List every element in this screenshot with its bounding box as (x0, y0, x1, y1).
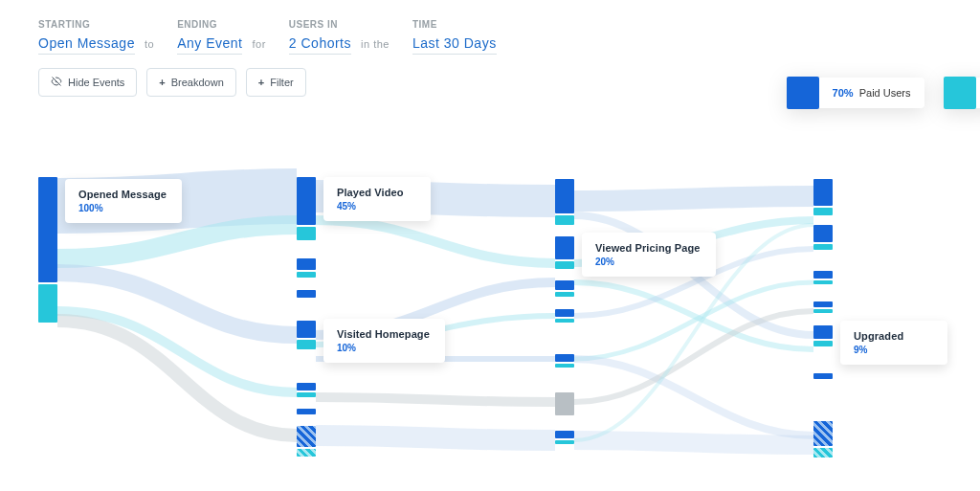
label-opened[interactable]: Opened Message 100% (65, 179, 182, 223)
sankey-node-s2b[interactable] (297, 258, 316, 278)
segment-free (555, 364, 574, 368)
segment-paid (813, 179, 833, 206)
legend-swatch-free (944, 77, 976, 109)
sankey-node-s3e[interactable] (555, 354, 574, 368)
segment-free (297, 227, 316, 240)
filter-ending-value[interactable]: Any Event (177, 35, 242, 55)
filter-time[interactable]: TIME Last 30 Days (412, 19, 497, 55)
segment-free (555, 440, 574, 444)
segment-other (555, 392, 574, 415)
sankey-node-s2drop[interactable] (297, 426, 316, 457)
cohort-legend: 70% Paid Users 30% Free Users (787, 77, 980, 109)
segment-paid (813, 301, 833, 307)
filter-bar: STARTING Open Message to ENDING Any Even… (19, 10, 880, 55)
label-upgraded-pct: 9% (854, 345, 932, 355)
segment-free (555, 261, 574, 269)
legend-paid-pct: 70% (833, 87, 854, 99)
sankey-node-opened[interactable] (38, 177, 57, 323)
segment-free (555, 319, 574, 323)
legend-swatch-paid (787, 77, 819, 109)
segment-paid (297, 177, 316, 225)
segment-free (555, 215, 574, 225)
filter-ending[interactable]: ENDING Any Event for (177, 19, 266, 55)
label-upgraded[interactable]: Upgraded 9% (840, 321, 947, 365)
eye-off-icon (51, 76, 62, 89)
segment-free (813, 309, 833, 313)
label-played-pct: 45% (337, 201, 415, 212)
segment-paid (297, 409, 316, 414)
label-pricing-title: Viewed Pricing Page (595, 242, 701, 254)
segment-paid (813, 325, 833, 339)
filter-users-label: USERS IN (289, 19, 390, 30)
label-opened-title: Opened Message (78, 189, 167, 200)
segment-paid (555, 179, 574, 213)
label-pricing-pct: 20% (595, 257, 701, 267)
segment-dropoff (297, 426, 316, 447)
segment-paid (555, 236, 574, 259)
sankey-node-s3g[interactable] (555, 431, 574, 444)
sankey-node-s2e[interactable] (297, 383, 316, 397)
label-upgraded-title: Upgraded (854, 330, 932, 342)
filter-ending-label: ENDING (177, 19, 266, 30)
sankey-node-s2f[interactable] (297, 409, 316, 414)
legend-paid-label: Paid Users (859, 87, 911, 99)
sankey-node-s3d[interactable] (555, 309, 574, 323)
sankey-node-visited[interactable] (297, 321, 316, 349)
hide-events-label: Hide Events (68, 77, 124, 88)
segment-paid (813, 225, 833, 242)
breakdown-button[interactable]: + Breakdown (146, 68, 235, 97)
sankey-node-s4d[interactable] (813, 301, 833, 313)
segment-free (813, 341, 833, 346)
segment-paid (813, 271, 833, 279)
filter-starting-label: STARTING (38, 19, 154, 30)
filter-time-value[interactable]: Last 30 Days (412, 35, 497, 55)
sankey-node-s4a[interactable] (813, 179, 833, 215)
filter-conj-to: to (145, 38, 154, 50)
sankey-node-s3f[interactable] (555, 392, 574, 415)
sankey-node-s4b[interactable] (813, 225, 833, 250)
label-visited-pct: 10% (337, 343, 430, 353)
segment-dropoff-free (813, 448, 833, 458)
filter-conj-for: for (252, 38, 265, 50)
segment-paid (297, 321, 316, 338)
filter-button[interactable]: + Filter (246, 68, 306, 97)
sankey-node-s3a[interactable] (555, 179, 574, 225)
plus-icon: + (258, 77, 264, 88)
label-played-title: Played Video (337, 187, 415, 198)
filter-users[interactable]: USERS IN 2 Cohorts in the (289, 19, 390, 55)
segment-paid (555, 309, 574, 317)
sankey-node-s3c[interactable] (555, 280, 574, 297)
segment-paid (555, 354, 574, 362)
segment-free (813, 280, 833, 284)
sankey-node-played[interactable] (297, 177, 316, 240)
filter-time-label: TIME (412, 19, 497, 30)
label-played[interactable]: Played Video 45% (323, 177, 431, 221)
label-visited[interactable]: Visited Homepage 10% (323, 319, 445, 363)
legend-free[interactable]: 30% Free Users (944, 77, 981, 109)
segment-paid (297, 290, 316, 298)
label-opened-pct: 100% (78, 203, 167, 213)
segment-free (297, 392, 316, 397)
segment-free (297, 272, 316, 278)
filter-starting-value[interactable]: Open Message (38, 35, 135, 55)
segment-paid (297, 383, 316, 391)
filter-users-value[interactable]: 2 Cohorts (289, 35, 351, 55)
segment-dropoff (813, 421, 833, 446)
label-pricing[interactable]: Viewed Pricing Page 20% (582, 233, 716, 277)
segment-dropoff-free (297, 449, 316, 457)
segment-free (297, 340, 316, 349)
segment-free (813, 244, 833, 250)
sankey-node-s2c[interactable] (297, 290, 316, 298)
sankey-node-s4f[interactable] (813, 373, 833, 379)
sankey-node-s4c[interactable] (813, 271, 833, 284)
filter-starting[interactable]: STARTING Open Message to (38, 19, 154, 55)
hide-events-button[interactable]: Hide Events (38, 68, 137, 97)
sankey-node-s4drop[interactable] (813, 421, 833, 458)
legend-paid[interactable]: 70% Paid Users (787, 77, 924, 109)
sankey-node-pricing[interactable] (555, 236, 574, 269)
label-visited-title: Visited Homepage (337, 328, 430, 340)
filter-conj-inthe: in the (361, 38, 390, 50)
segment-paid (813, 373, 833, 379)
segment-paid (38, 177, 57, 282)
sankey-node-upgraded[interactable] (813, 325, 833, 346)
